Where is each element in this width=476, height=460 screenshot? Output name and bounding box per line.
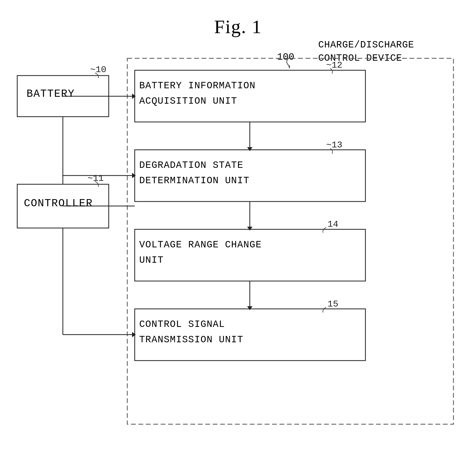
controller-label: CONTROLLER (24, 198, 93, 209)
svg-marker-19 (247, 306, 252, 310)
page: Fig. 1 CHARGE/DISCHARGE CONTROL DEVICE 1… (0, 0, 476, 460)
svg-text:~12: ~12 (326, 60, 342, 70)
svg-marker-15 (247, 147, 252, 151)
svg-marker-26 (132, 173, 136, 178)
svg-marker-17 (247, 227, 252, 231)
svg-text:14: 14 (327, 219, 338, 229)
battery-label: BATTERY (27, 88, 75, 100)
box-14-text: VOLTAGE RANGE CHANGE UNIT (139, 237, 262, 268)
svg-marker-1 (289, 66, 290, 69)
box-15-text: CONTROL SIGNAL TRANSMISSION UNIT (139, 317, 243, 347)
svg-marker-23 (132, 94, 136, 99)
box-12-text: BATTERY INFORMATION ACQUISITION UNIT (139, 78, 256, 109)
svg-text:~13: ~13 (326, 140, 342, 150)
svg-text:15: 15 (327, 299, 338, 309)
svg-marker-30 (132, 332, 136, 337)
diagram-svg: ~10 ~11 ~12 ~13 14 15 (0, 0, 476, 460)
box-13-text: DEGRADATION STATE DETERMINATION UNIT (139, 158, 250, 188)
svg-text:~10: ~10 (90, 65, 106, 75)
